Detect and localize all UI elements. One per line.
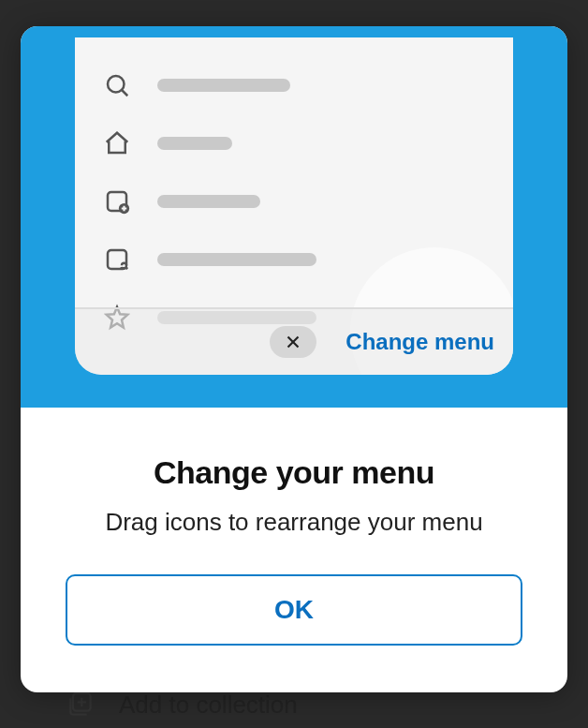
placeholder-bar [157, 79, 290, 92]
private-window-icon [103, 245, 131, 274]
svg-line-2 [122, 90, 127, 96]
preview-menu-item [103, 56, 485, 114]
preview-menu-item [103, 114, 485, 172]
onboarding-modal: Change menu Change your menu Drag icons … [21, 26, 567, 692]
preview-footer: Change menu [75, 307, 513, 375]
home-icon [103, 129, 131, 157]
svg-point-1 [108, 76, 125, 93]
modal-illustration: Change menu [21, 26, 567, 408]
background-menu-item[interactable]: Add to collection [66, 690, 298, 720]
new-window-icon [103, 187, 131, 215]
search-icon [103, 71, 131, 99]
modal-subtitle: Drag icons to rearrange your menu [66, 506, 522, 539]
add-to-collection-icon [66, 690, 96, 720]
placeholder-bar [157, 253, 316, 266]
modal-title: Change your menu [66, 454, 522, 491]
ok-button[interactable]: OK [66, 574, 522, 646]
svg-rect-5 [108, 250, 126, 269]
close-button[interactable] [270, 326, 316, 358]
menu-preview-panel: Change menu [75, 37, 513, 375]
background-menu-label: Add to collection [119, 691, 298, 720]
placeholder-bar [157, 137, 232, 150]
change-menu-link[interactable]: Change menu [345, 329, 494, 355]
preview-menu-item [103, 172, 485, 230]
close-icon [283, 332, 303, 352]
modal-body: Change your menu Drag icons to rearrange… [21, 408, 567, 676]
placeholder-bar [157, 195, 260, 208]
